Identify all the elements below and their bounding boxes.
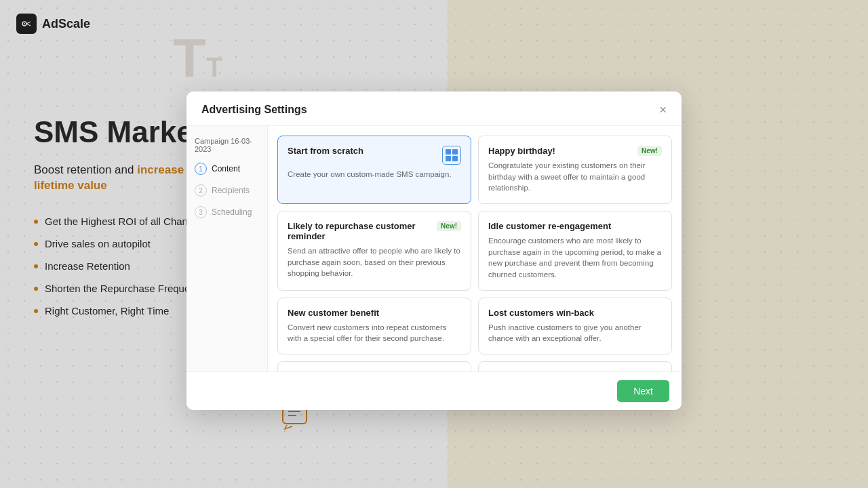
campaign-card-scratch[interactable]: Start from scratch Create your own custo…	[277, 136, 471, 204]
card-title: Likely to repurchase customer reminder	[288, 221, 437, 241]
campaign-card-idle[interactable]: Idle customer re-engagement Encourage cu…	[478, 211, 672, 291]
card-header: Likely to repurchase customer reminder N…	[288, 221, 461, 241]
modal-overlay: Advertising Settings × Campaign 16-03-20…	[0, 0, 868, 488]
card-desc: Congratulate your existing customers on …	[488, 160, 662, 194]
card-title: Start from scratch	[288, 146, 363, 156]
card-desc: Convert new customers into repeat custom…	[288, 322, 461, 344]
modal: Advertising Settings × Campaign 16-03-20…	[186, 92, 682, 410]
card-desc: Encourage customers who are most likely …	[488, 235, 662, 281]
card-header: New customer benefit	[288, 308, 461, 318]
card-title: Happy birthday!	[488, 146, 555, 156]
campaign-card-birthday[interactable]: Happy birthday! New! Congratulate your e…	[478, 136, 672, 204]
scratch-icon	[442, 146, 461, 165]
card-desc: Create your own custom-made SMS campaign…	[288, 169, 461, 180]
new-badge: New!	[437, 221, 461, 231]
step-circle-1: 1	[195, 163, 207, 175]
step-circle-2: 2	[195, 184, 207, 197]
campaign-card-winback[interactable]: Lost customers win-back Push inactive cu…	[478, 298, 672, 354]
card-header: Idle customer re-engagement	[488, 221, 662, 231]
sidebar-step-scheduling: 3 Scheduling	[195, 206, 259, 218]
card-title: Idle customer re-engagement	[488, 221, 611, 231]
step-circle-3: 3	[195, 206, 207, 218]
card-desc: Send an attractive offer to people who a…	[288, 245, 461, 279]
campaign-card-cart[interactable]: Abandoned cart reminder Send an instant …	[277, 361, 471, 371]
sidebar-step-recipients: 2 Recipients	[195, 184, 259, 197]
modal-title: Advertising Settings	[201, 104, 307, 116]
card-header: Lost customers win-back	[488, 308, 662, 318]
card-desc: Push inactive customers to give you anot…	[488, 322, 662, 344]
modal-body: Campaign 16-03-2023 1 Content 2 Recipien…	[186, 126, 682, 371]
step-label-content: Content	[212, 164, 240, 174]
campaign-label: Campaign 16-03-2023	[195, 137, 259, 153]
next-button[interactable]: Next	[617, 380, 669, 402]
card-title: New customer benefit	[288, 308, 379, 318]
card-header: Happy birthday! New!	[488, 146, 662, 156]
modal-sidebar: Campaign 16-03-2023 1 Content 2 Recipien…	[186, 126, 268, 371]
campaign-card-repurchase[interactable]: Likely to repurchase customer reminder N…	[277, 211, 471, 291]
new-badge: New!	[637, 146, 662, 156]
card-header: Start from scratch	[288, 146, 461, 165]
step-label-recipients: Recipients	[212, 186, 250, 195]
campaign-card-anniversary[interactable]: First purchase anniversary Celebrate the…	[478, 361, 672, 371]
card-title: Lost customers win-back	[488, 308, 594, 318]
modal-close-button[interactable]: ×	[659, 104, 667, 116]
modal-header: Advertising Settings ×	[186, 92, 682, 126]
step-label-scheduling: Scheduling	[212, 207, 252, 217]
modal-footer: Next	[186, 371, 682, 410]
sidebar-step-content: 1 Content	[195, 163, 259, 175]
cards-area: Start from scratch Create your own custo…	[268, 126, 682, 371]
campaign-card-new-benefit[interactable]: New customer benefit Convert new custome…	[277, 298, 471, 354]
